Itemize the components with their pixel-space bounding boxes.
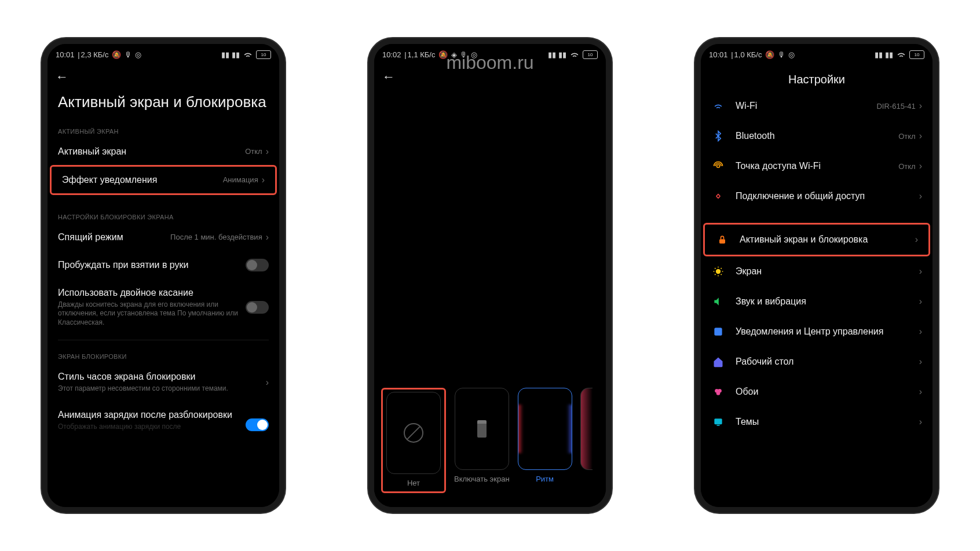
row-label: Подключение и общий доступ xyxy=(736,191,919,201)
row-label: Точка доступа Wi-Fi xyxy=(736,161,898,171)
row-connection-share[interactable]: Подключение и общий доступ › xyxy=(701,181,933,211)
wifi-icon xyxy=(242,49,254,60)
section-lock-settings: НАСТРОЙКИ БЛОКИРОВКИ ЭКРАНА xyxy=(47,205,279,224)
effect-option-partial[interactable] xyxy=(580,388,593,470)
chevron-right-icon: › xyxy=(919,101,922,111)
row-wifi[interactable]: Wi-Fi DIR-615-41 › xyxy=(701,91,933,121)
battery-icon: 10 xyxy=(256,50,271,59)
effect-thumb-screen xyxy=(455,388,509,470)
chevron-right-icon: › xyxy=(266,146,269,157)
effect-thumb-rhythm xyxy=(518,388,572,470)
row-sublabel: Этот параметр несовместим со сторонними … xyxy=(58,384,266,394)
row-active-screen[interactable]: Активный экран Откл › xyxy=(47,138,279,165)
dnd-icon: 🔕 xyxy=(109,50,121,59)
battery-icon: 10 xyxy=(909,50,924,59)
signal-icon: ▮▮ xyxy=(221,50,229,59)
bluetooth-icon xyxy=(711,129,725,143)
row-sound-vibration[interactable]: Звук и вибрация › xyxy=(701,286,933,317)
chevron-right-icon: › xyxy=(919,296,922,307)
row-label: Активный экран xyxy=(58,146,245,157)
row-hotspot[interactable]: Точка доступа Wi-Fi Откл › xyxy=(701,151,933,181)
phone-frame-3: 10:01 | 1,0 КБ/с 🔕 🎙 ◎ ▮▮ ▮▮ 10 Настройк… xyxy=(695,38,938,513)
status-speed: 1,0 КБ/с xyxy=(734,50,762,59)
chevron-right-icon: › xyxy=(919,191,922,201)
svg-point-0 xyxy=(717,165,720,168)
row-charging-animation[interactable]: Анимация зарядки после разблокировки Ото… xyxy=(47,402,279,432)
row-themes[interactable]: Темы › xyxy=(701,407,933,437)
effect-thumb-none xyxy=(386,392,441,474)
viber-icon: ◎ xyxy=(787,50,795,59)
effect-option-none[interactable]: Нет xyxy=(386,392,441,488)
dnd-icon: 🔕 xyxy=(436,50,448,59)
row-notifications[interactable]: Уведомления и Центр управления › xyxy=(701,317,933,347)
row-display[interactable]: Экран › xyxy=(701,256,933,286)
toggle-double-tap[interactable] xyxy=(246,301,269,314)
row-clock-style[interactable]: Стиль часов экрана блокировки Этот парам… xyxy=(47,363,279,402)
row-sublabel: Дважды коснитесь экрана для его включени… xyxy=(58,300,246,328)
svg-rect-7 xyxy=(714,418,722,424)
chevron-right-icon: › xyxy=(919,266,922,277)
row-active-screen-lock[interactable]: Активный экран и блокировка › xyxy=(705,225,928,255)
signal-icon: ▮▮ xyxy=(885,50,893,59)
row-wallpaper[interactable]: Обои › xyxy=(701,377,933,407)
chevron-right-icon: › xyxy=(919,417,922,427)
screen-on-icon xyxy=(477,420,487,438)
chevron-right-icon: › xyxy=(262,175,265,185)
flower-icon xyxy=(711,385,725,399)
back-button[interactable]: ← xyxy=(382,69,395,85)
effect-label-rhythm: Ритм xyxy=(536,475,554,484)
effect-option-screen-on[interactable]: Включать экран xyxy=(454,388,510,484)
phone-frame-1: 10:01 | 2,3 КБ/с 🔕 🎙 ◎ ▮▮ ▮▮ 10 ← Активн… xyxy=(42,38,285,513)
effect-option-rhythm[interactable]: Ритм xyxy=(518,388,572,484)
viber-icon: ◎ xyxy=(133,50,142,59)
sun-icon xyxy=(711,265,725,278)
row-home-screen[interactable]: Рабочий стол › xyxy=(701,347,933,377)
signal-icon: ▮▮ xyxy=(232,50,240,59)
row-value: DIR-615-41 xyxy=(876,102,915,111)
svg-rect-3 xyxy=(714,328,722,335)
chevron-right-icon: › xyxy=(915,234,918,245)
row-value: Откл xyxy=(898,162,916,171)
status-bar: 10:02 | 1,1 КБ/с 🔕 ◈ 🎙 ◎ ▮▮ ▮▮ 10 xyxy=(374,44,606,63)
status-bar: 10:01 | 1,0 КБ/с 🔕 🎙 ◎ ▮▮ ▮▮ 10 xyxy=(701,44,933,63)
row-sublabel: Отображать анимацию зарядки после xyxy=(58,423,246,432)
row-label: Уведомления и Центр управления xyxy=(736,326,919,337)
themes-icon xyxy=(711,415,725,429)
svg-point-6 xyxy=(716,391,721,395)
share-icon xyxy=(711,189,725,203)
row-value: Откл xyxy=(245,147,262,156)
back-button[interactable]: ← xyxy=(56,69,68,85)
status-divider: | xyxy=(76,50,80,59)
chevron-right-icon: › xyxy=(919,161,922,171)
row-sleep-mode[interactable]: Спящий режим После 1 мин. бездействия › xyxy=(47,224,279,251)
notification-icon xyxy=(711,325,725,339)
dnd-icon: 🔕 xyxy=(763,50,774,59)
status-speed: 1,1 КБ/с xyxy=(408,50,436,59)
toggle-raise-to-wake[interactable] xyxy=(246,259,269,271)
row-notification-effect[interactable]: Эффект уведомления Анимация › xyxy=(52,167,275,193)
status-divider: | xyxy=(729,50,733,59)
section-active-screen: АКТИВНЫЙ ЭКРАН xyxy=(47,120,279,138)
row-label: Звук и вибрация xyxy=(736,296,919,307)
lock-icon xyxy=(715,233,729,247)
status-speed: 2,3 КБ/с xyxy=(81,50,109,59)
row-label: Использовать двойное касание xyxy=(58,288,246,298)
mic-icon: 🎙 xyxy=(776,50,785,59)
row-raise-to-wake[interactable]: Пробуждать при взятии в руки xyxy=(47,251,279,280)
signal-icon: ▮▮ xyxy=(558,50,566,59)
status-time: 10:01 xyxy=(56,50,75,59)
row-bluetooth[interactable]: Bluetooth Откл › xyxy=(701,121,933,151)
row-label: Bluetooth xyxy=(736,131,898,141)
row-value: После 1 мин. бездействия xyxy=(170,233,262,241)
page-title: Настройки xyxy=(709,73,924,86)
status-time: 10:02 xyxy=(382,50,401,59)
row-double-tap[interactable]: Использовать двойное касание Дважды косн… xyxy=(47,280,279,336)
row-label: Рабочий стол xyxy=(736,357,919,367)
wifi-icon xyxy=(711,99,725,113)
effect-label-none: Нет xyxy=(407,479,420,488)
toggle-charging-animation[interactable] xyxy=(246,418,269,431)
divider xyxy=(58,340,269,340)
signal-icon: ▮▮ xyxy=(548,50,556,59)
svg-point-2 xyxy=(716,269,721,274)
row-value: Анимация xyxy=(223,175,258,184)
